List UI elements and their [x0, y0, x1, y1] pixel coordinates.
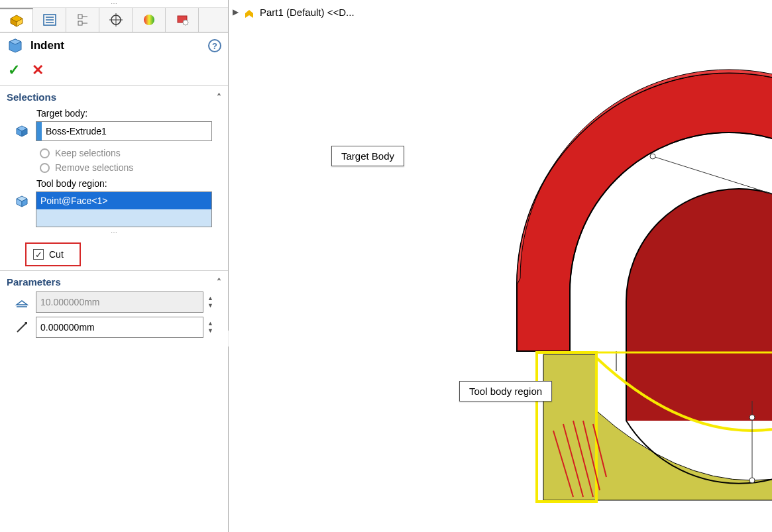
tab-dimxpert[interactable] [99, 8, 133, 32]
clearance-increment[interactable]: ▲ [206, 320, 215, 327]
tool-body-region-empty[interactable] [36, 209, 211, 227]
target-icon [109, 13, 123, 27]
selections-title: Selections [7, 91, 56, 103]
list-resize-handle[interactable]: ⋯ [7, 229, 221, 236]
svg-point-14 [144, 15, 154, 25]
ok-button[interactable]: ✓ [8, 62, 20, 79]
cube-icon [9, 14, 24, 27]
tool-body-icon [13, 191, 30, 209]
breadcrumb[interactable]: ▶ Part1 (Default) <<D... [233, 5, 355, 19]
cancel-button[interactable]: ✕ [32, 62, 44, 79]
offset-input [36, 292, 203, 313]
tab-display[interactable] [166, 8, 199, 32]
offset-icon [13, 295, 30, 309]
selections-header[interactable]: Selections ˄ [7, 91, 221, 103]
part-icon [243, 5, 256, 19]
parameters-title: Parameters [7, 276, 61, 288]
tab-feature-tree[interactable] [0, 8, 33, 32]
clearance-icon [13, 321, 30, 334]
selections-section: Selections ˄ Target body: Boss-Extrude1 [0, 86, 228, 270]
breadcrumb-expand-icon[interactable]: ▶ [233, 7, 239, 17]
property-panel: ⋯ Inden [0, 0, 229, 532]
indent-icon [7, 38, 24, 54]
svg-point-43 [650, 154, 655, 159]
keep-selections-radio: Keep selections [40, 148, 221, 158]
svg-point-47 [749, 478, 755, 483]
parameters-header[interactable]: Parameters ˄ [7, 276, 221, 288]
tab-configuration[interactable] [66, 8, 99, 32]
target-body-label: Target body: [36, 108, 221, 119]
config-icon [76, 13, 89, 27]
cut-label: Cut [49, 249, 64, 260]
clearance-decrement[interactable]: ▼ [206, 327, 215, 335]
graphics-viewport[interactable]: ▶ Part1 (Default) <<D... [229, 0, 772, 532]
breadcrumb-part[interactable]: Part1 (Default) <<D... [260, 7, 355, 18]
list-icon [43, 14, 56, 26]
feature-title: Indent [30, 39, 201, 52]
chevron-up-icon: ˄ [217, 277, 221, 288]
palette-icon [142, 13, 156, 27]
remove-selections-radio: Remove selections [40, 162, 221, 173]
offset-decrement[interactable]: ▼ [206, 302, 215, 309]
parameters-section: Parameters ˄ ▲ ▼ [0, 270, 228, 346]
panel-tabs [0, 8, 228, 32]
tab-appearance[interactable] [133, 8, 166, 32]
cut-checkbox[interactable]: ✓ [33, 249, 44, 260]
help-icon[interactable]: ? [208, 39, 221, 52]
feature-header: Indent ? [0, 32, 228, 59]
display-icon [176, 13, 189, 27]
chevron-up-icon: ˄ [217, 92, 221, 103]
svg-rect-8 [78, 21, 82, 25]
callout-tool-body: Tool body region [459, 381, 552, 401]
target-body-icon [13, 121, 30, 138]
target-body-input[interactable]: Boss-Extrude1 [36, 121, 212, 141]
model-render [467, 40, 772, 530]
tool-body-label: Tool body region: [36, 178, 221, 189]
target-body-value: Boss-Extrude1 [42, 122, 211, 140]
svg-marker-25 [17, 301, 27, 305]
clearance-input[interactable] [36, 317, 203, 338]
offset-increment[interactable]: ▲ [206, 295, 215, 302]
svg-line-27 [17, 323, 27, 332]
svg-rect-7 [78, 15, 82, 19]
panel-drag-handle[interactable]: ⋯ [0, 0, 228, 8]
svg-point-46 [749, 415, 755, 420]
tab-property-manager[interactable] [33, 8, 66, 32]
callout-target-body: Target Body [331, 146, 404, 166]
svg-point-16 [183, 20, 188, 25]
feature-actions: ✓ ✕ [0, 59, 228, 86]
tool-body-region-list[interactable]: Point@Face<1> [36, 191, 212, 227]
tool-body-region-item[interactable]: Point@Face<1> [36, 192, 211, 209]
cut-checkbox-row[interactable]: ✓ Cut [25, 242, 81, 266]
